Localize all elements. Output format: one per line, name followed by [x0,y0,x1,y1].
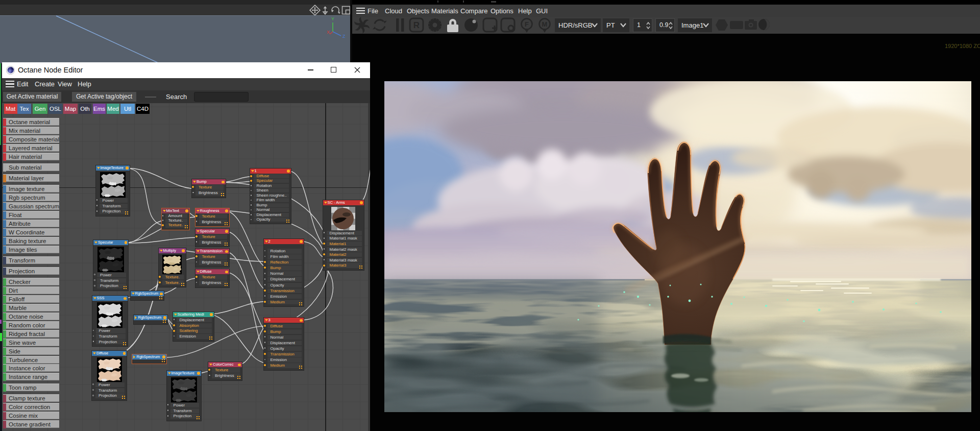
svg-text:X: X [327,30,330,35]
svg-text:Y: Y [331,16,334,21]
svg-text:M: M [542,20,548,28]
svg-text:R: R [413,20,420,30]
svg-text:Z: Z [342,34,346,39]
svg-text:F: F [525,20,529,28]
